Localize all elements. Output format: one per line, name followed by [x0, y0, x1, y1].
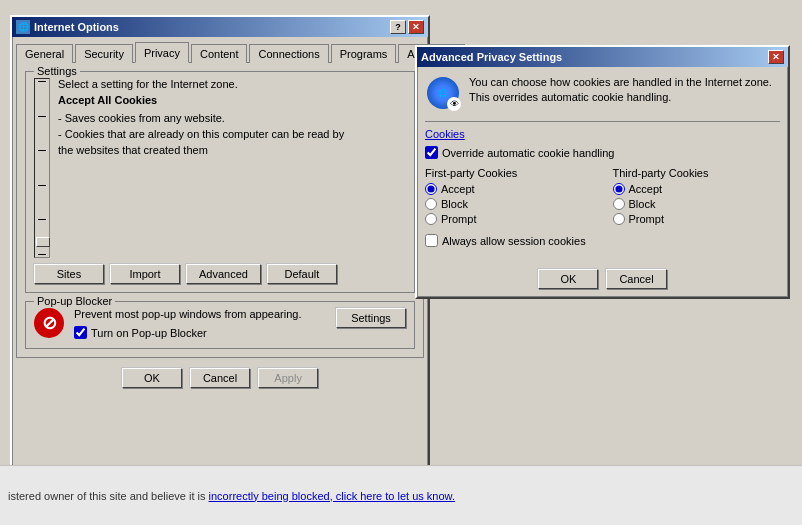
- override-checkbox[interactable]: [425, 146, 438, 159]
- popup-checkbox[interactable]: [74, 326, 87, 339]
- ok-button[interactable]: OK: [122, 368, 182, 388]
- import-button[interactable]: Import: [110, 264, 180, 284]
- cookies-link[interactable]: Cookies: [425, 128, 780, 140]
- popup-checkbox-label: Turn on Pop-up Blocker: [91, 327, 207, 339]
- advanced-privacy-title-bar: Advanced Privacy Settings ✕: [417, 47, 788, 67]
- first-party-prompt-radio[interactable]: [425, 213, 437, 225]
- third-party-column: Third-party Cookies Accept Block Prompt: [613, 167, 781, 228]
- cookies-section: Cookies Override automatic cookie handli…: [425, 121, 780, 247]
- first-party-column: First-party Cookies Accept Block Prompt: [425, 167, 593, 228]
- slider-thumb[interactable]: [36, 237, 50, 247]
- radio-group-row: First-party Cookies Accept Block Prompt: [425, 167, 780, 228]
- globe-icon: 🌐 👁: [427, 77, 459, 109]
- apply-button[interactable]: Apply: [258, 368, 318, 388]
- dialog-info-row: 🌐 👁 You can choose how cookies are handl…: [425, 75, 780, 111]
- settings-groupbox: Settings Select a setting for the Intern…: [25, 71, 415, 293]
- cancel-button[interactable]: Cancel: [190, 368, 250, 388]
- third-party-prompt-row: Prompt: [613, 213, 781, 225]
- detail-1: - Saves cookies from any website.: [58, 112, 406, 124]
- third-party-header: Third-party Cookies: [613, 167, 781, 179]
- third-party-accept-radio[interactable]: [613, 183, 625, 195]
- dialog-content: 🌐 👁 You can choose how cookies are handl…: [417, 67, 788, 265]
- current-setting: Accept All Cookies: [58, 94, 406, 106]
- tab-general[interactable]: General: [16, 44, 73, 63]
- tick-5: [38, 219, 46, 220]
- bottom-bar: OK Cancel Apply: [12, 362, 428, 394]
- dialog-ok-button[interactable]: OK: [538, 269, 598, 289]
- tab-bar: General Security Privacy Content Connect…: [12, 37, 428, 62]
- dialog-close-button[interactable]: ✕: [768, 50, 784, 64]
- override-label: Override automatic cookie handling: [442, 147, 614, 159]
- tab-content[interactable]: Content: [191, 44, 248, 63]
- first-party-accept-radio[interactable]: [425, 183, 437, 195]
- popup-settings-button[interactable]: Settings: [336, 308, 406, 328]
- close-button[interactable]: ✕: [408, 20, 424, 34]
- slider-description: Select a setting for the Internet zone. …: [58, 78, 406, 160]
- privacy-content: Settings Select a setting for the Intern…: [16, 62, 424, 358]
- privacy-slider[interactable]: [34, 78, 50, 258]
- popup-blocker-groupbox: Pop-up Blocker ⊘ Prevent most pop-up win…: [25, 301, 415, 349]
- advanced-privacy-dialog: Advanced Privacy Settings ✕ 🌐 👁 You can …: [415, 45, 790, 299]
- third-party-accept-label: Accept: [629, 183, 663, 195]
- window-icon: 🌐: [16, 20, 30, 34]
- sites-button[interactable]: Sites: [34, 264, 104, 284]
- tab-privacy[interactable]: Privacy: [135, 42, 189, 63]
- detail-3: the websites that created them: [58, 144, 406, 156]
- no-symbol: ⊘: [42, 312, 57, 334]
- tick-2: [38, 116, 46, 117]
- dialog-cancel-button[interactable]: Cancel: [606, 269, 666, 289]
- popup-checkbox-row: Turn on Pop-up Blocker: [74, 326, 328, 339]
- internet-options-title: Internet Options: [34, 21, 119, 33]
- default-button[interactable]: Default: [267, 264, 337, 284]
- first-party-block-label: Block: [441, 198, 468, 210]
- third-party-block-radio[interactable]: [613, 198, 625, 210]
- webpage-link[interactable]: incorrectly being blocked, click here to…: [209, 490, 455, 502]
- slider-area: Select a setting for the Internet zone. …: [34, 78, 406, 258]
- help-button[interactable]: ?: [390, 20, 406, 34]
- zone-description: Select a setting for the Internet zone.: [58, 78, 406, 90]
- settings-label: Settings: [34, 65, 80, 77]
- tab-connections[interactable]: Connections: [249, 44, 328, 63]
- advanced-privacy-title: Advanced Privacy Settings: [421, 51, 562, 63]
- popup-row: ⊘ Prevent most pop-up windows from appea…: [34, 308, 406, 340]
- first-party-header: First-party Cookies: [425, 167, 593, 179]
- first-party-prompt-label: Prompt: [441, 213, 476, 225]
- no-popup-circle: ⊘: [34, 308, 64, 338]
- always-session-row: Always allow session cookies: [425, 234, 780, 247]
- tick-1: [38, 81, 46, 82]
- third-party-prompt-radio[interactable]: [613, 213, 625, 225]
- webpage-background: istered owner of this site and believe i…: [0, 465, 802, 525]
- dialog-info-text: You can choose how cookies are handled i…: [469, 75, 780, 106]
- popup-description: Prevent most pop-up windows from appeari…: [74, 308, 328, 320]
- dialog-icon: 🌐 👁: [425, 75, 461, 111]
- eye-overlay: 👁: [447, 97, 461, 111]
- tick-4: [38, 185, 46, 186]
- session-checkbox[interactable]: [425, 234, 438, 247]
- first-party-accept-label: Accept: [441, 183, 475, 195]
- popup-icon: ⊘: [34, 308, 66, 340]
- first-party-block-radio[interactable]: [425, 198, 437, 210]
- third-party-block-row: Block: [613, 198, 781, 210]
- third-party-prompt-label: Prompt: [629, 213, 664, 225]
- tick-6: [38, 254, 46, 255]
- session-label: Always allow session cookies: [442, 235, 586, 247]
- popup-blocker-label: Pop-up Blocker: [34, 295, 115, 307]
- first-party-prompt-row: Prompt: [425, 213, 593, 225]
- dialog-bottom-bar: OK Cancel: [417, 265, 788, 297]
- third-party-accept-row: Accept: [613, 183, 781, 195]
- internet-options-window: 🌐 Internet Options ? ✕ General Security …: [10, 15, 430, 505]
- override-checkbox-row: Override automatic cookie handling: [425, 146, 780, 159]
- tab-programs[interactable]: Programs: [331, 44, 397, 63]
- detail-2: - Cookies that are already on this compu…: [58, 128, 406, 140]
- webpage-text: istered owner of this site and believe i…: [8, 490, 206, 502]
- popup-text-area: Prevent most pop-up windows from appeari…: [74, 308, 328, 339]
- tick-3: [38, 150, 46, 151]
- third-party-block-label: Block: [629, 198, 656, 210]
- internet-options-title-bar: 🌐 Internet Options ? ✕: [12, 17, 428, 37]
- settings-buttons: Sites Import Advanced Default: [34, 264, 406, 284]
- first-party-accept-row: Accept: [425, 183, 593, 195]
- globe-text: 🌐: [438, 89, 448, 98]
- tab-security[interactable]: Security: [75, 44, 133, 63]
- advanced-button[interactable]: Advanced: [186, 264, 261, 284]
- first-party-block-row: Block: [425, 198, 593, 210]
